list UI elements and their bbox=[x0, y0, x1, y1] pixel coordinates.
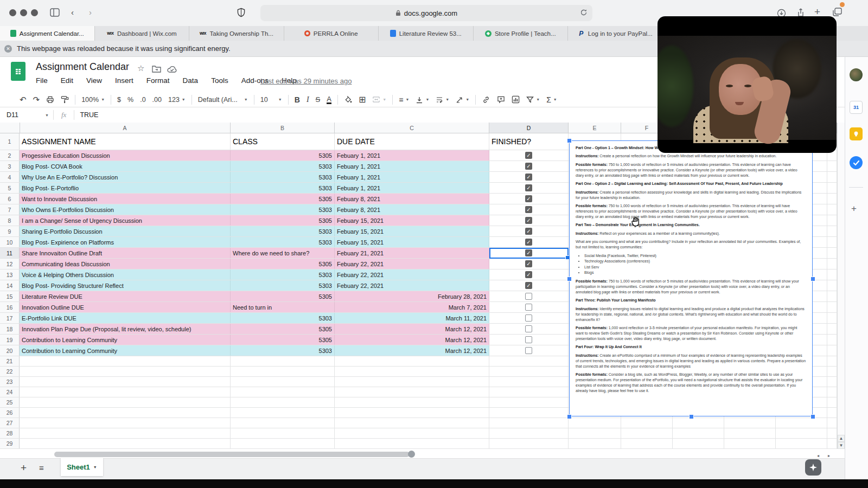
format-percent-button[interactable]: % bbox=[124, 93, 137, 106]
scroll-down-arrow[interactable]: ▼ bbox=[838, 442, 845, 449]
cell-93[interactable] bbox=[827, 161, 837, 171]
cell-B13[interactable]: 5303 bbox=[231, 269, 335, 280]
cell-A6[interactable]: Want to Innovate Discussion bbox=[20, 194, 231, 204]
tab-store-profile-teach[interactable]: ◆Store Profile | Teach... bbox=[474, 26, 569, 41]
row-header-28[interactable]: 28 bbox=[0, 428, 20, 438]
cell-A23[interactable] bbox=[20, 377, 231, 387]
cell-D9[interactable]: ✓ bbox=[489, 226, 569, 236]
cell-A7[interactable]: Who Owns E-Portfolios Discussion bbox=[20, 204, 231, 215]
cell-C22[interactable] bbox=[335, 367, 489, 376]
calendar-icon[interactable]: 31 bbox=[850, 101, 863, 114]
cell-D25[interactable] bbox=[489, 397, 569, 407]
cell-917[interactable] bbox=[827, 313, 837, 323]
cell-A2[interactable]: Progessive Education Discussion bbox=[20, 150, 231, 160]
cell-98[interactable] bbox=[827, 215, 837, 226]
cell-B29[interactable] bbox=[231, 439, 335, 448]
checkbox-D2-checked[interactable]: ✓ bbox=[525, 152, 532, 159]
cell-B17[interactable]: 5303 bbox=[231, 313, 335, 323]
row-27[interactable]: 27 bbox=[0, 418, 837, 428]
column-header-D[interactable]: D bbox=[489, 123, 569, 133]
strikethrough-button[interactable]: S bbox=[312, 93, 324, 106]
tab-dashboard-wix-com[interactable]: WIXDashboard | Wix.com bbox=[95, 26, 190, 41]
cell-B27[interactable] bbox=[231, 418, 335, 428]
row-28[interactable]: 28 bbox=[0, 428, 837, 439]
cell-D26[interactable] bbox=[489, 408, 569, 418]
privacy-shield-icon[interactable] bbox=[237, 8, 245, 17]
notification-close-icon[interactable]: ✕ bbox=[4, 45, 12, 53]
functions-button[interactable]: Σ▼ bbox=[543, 93, 560, 106]
cell-C29[interactable] bbox=[335, 439, 489, 448]
cell-A19[interactable]: Contribution to Learning Community bbox=[20, 335, 231, 345]
webcam-video-overlay[interactable] bbox=[658, 16, 837, 153]
tab-log-in-to-your-paypal[interactable]: PLog in to your PayPal... bbox=[568, 26, 663, 41]
menu-view[interactable]: View bbox=[86, 76, 102, 85]
borders-button[interactable]: ⊞ bbox=[355, 93, 369, 106]
cell-D23[interactable] bbox=[489, 377, 569, 387]
cell-D14[interactable]: ✓ bbox=[489, 280, 569, 291]
row-header-14[interactable]: 14 bbox=[0, 280, 20, 291]
font-size-select[interactable]: 10▼ bbox=[257, 93, 285, 106]
cell-827[interactable] bbox=[776, 418, 827, 428]
cell-A1[interactable]: ASSIGNMENT NAME bbox=[20, 133, 231, 150]
cell-B3[interactable]: 5303 bbox=[231, 161, 335, 171]
row-header-24[interactable]: 24 bbox=[0, 387, 20, 397]
cell-A26[interactable] bbox=[20, 408, 231, 418]
cell-C14[interactable]: Febuary 22, 2021 bbox=[335, 280, 489, 291]
cell-B24[interactable] bbox=[231, 387, 335, 397]
cell-D2[interactable]: ✓ bbox=[489, 150, 569, 160]
cell-96[interactable] bbox=[827, 194, 837, 204]
cell-927[interactable] bbox=[827, 418, 837, 428]
window-zoom-button[interactable] bbox=[31, 9, 38, 16]
cell-A27[interactable] bbox=[20, 418, 231, 428]
cell-B19[interactable]: 5305 bbox=[231, 335, 335, 345]
cell-C27[interactable] bbox=[335, 418, 489, 428]
row-header-18[interactable]: 18 bbox=[0, 324, 20, 334]
cell-D22[interactable] bbox=[489, 367, 569, 376]
cell-D20[interactable] bbox=[489, 345, 569, 356]
cell-A16[interactable]: Innovation Outline DUE bbox=[20, 302, 231, 312]
cell-923[interactable] bbox=[827, 377, 837, 387]
cell-95[interactable] bbox=[827, 183, 837, 193]
cell-D5[interactable]: ✓ bbox=[489, 183, 569, 193]
cell-C9[interactable]: Febuary 15, 2021 bbox=[335, 226, 489, 236]
cell-C5[interactable]: Febuary 1, 2021 bbox=[335, 183, 489, 193]
insert-link-button[interactable] bbox=[478, 93, 494, 106]
more-formats-button[interactable]: 123▼ bbox=[165, 93, 189, 106]
cell-C11[interactable]: Febuary 21, 2021 bbox=[335, 248, 489, 258]
row-header-11[interactable]: 11 bbox=[0, 248, 20, 258]
cell-A13[interactable]: Voice & Helping Others Discussion bbox=[20, 269, 231, 280]
cell-C24[interactable] bbox=[335, 387, 489, 397]
cell-A17[interactable]: E-Portfolio Link DUE bbox=[20, 313, 231, 323]
checkbox-D13-checked[interactable]: ✓ bbox=[525, 271, 532, 278]
font-select[interactable]: Default (Ari...▼ bbox=[195, 93, 251, 106]
undo-button[interactable]: ↶ bbox=[16, 93, 30, 106]
sheet-tab-sheet1[interactable]: Sheet1▼ bbox=[61, 458, 103, 476]
formula-input[interactable]: TRUE bbox=[74, 111, 98, 119]
cell-A29[interactable] bbox=[20, 439, 231, 448]
cell-B1[interactable]: CLASS bbox=[231, 133, 335, 150]
row-29[interactable]: 29 bbox=[0, 439, 837, 449]
cell-B7[interactable]: 5303 bbox=[231, 204, 335, 215]
cell-914[interactable] bbox=[827, 280, 837, 291]
window-minimize-button[interactable] bbox=[20, 9, 27, 16]
tab-perrla-online[interactable]: PERRLA Online bbox=[284, 26, 379, 41]
row-header-22[interactable]: 22 bbox=[0, 367, 20, 376]
cell-C7[interactable]: Febuary 8, 2021 bbox=[335, 204, 489, 215]
cell-C21[interactable] bbox=[335, 356, 489, 366]
row-header-4[interactable]: 4 bbox=[0, 172, 20, 182]
cell-928[interactable] bbox=[827, 428, 837, 438]
row-header-13[interactable]: 13 bbox=[0, 269, 20, 280]
cell-94[interactable] bbox=[827, 172, 837, 182]
row-header-29[interactable]: 29 bbox=[0, 439, 20, 448]
textbox-handle-bottom-left[interactable] bbox=[567, 414, 572, 419]
cell-A3[interactable]: Blog Post- COVA Book bbox=[20, 161, 231, 171]
cell-C12[interactable]: Febuary 22, 2021 bbox=[335, 259, 489, 269]
document-title[interactable]: Assignment Calendar bbox=[36, 61, 129, 73]
cell-B22[interactable] bbox=[231, 367, 335, 376]
horizontal-scrollbar-thumb[interactable] bbox=[54, 452, 410, 457]
cell-915[interactable] bbox=[827, 291, 837, 301]
redo-button[interactable]: ↷ bbox=[30, 93, 43, 106]
cell-B15[interactable]: 5305 bbox=[231, 291, 335, 301]
cloud-saved-icon[interactable] bbox=[167, 66, 177, 73]
checkbox-D6-checked[interactable]: ✓ bbox=[525, 195, 532, 202]
